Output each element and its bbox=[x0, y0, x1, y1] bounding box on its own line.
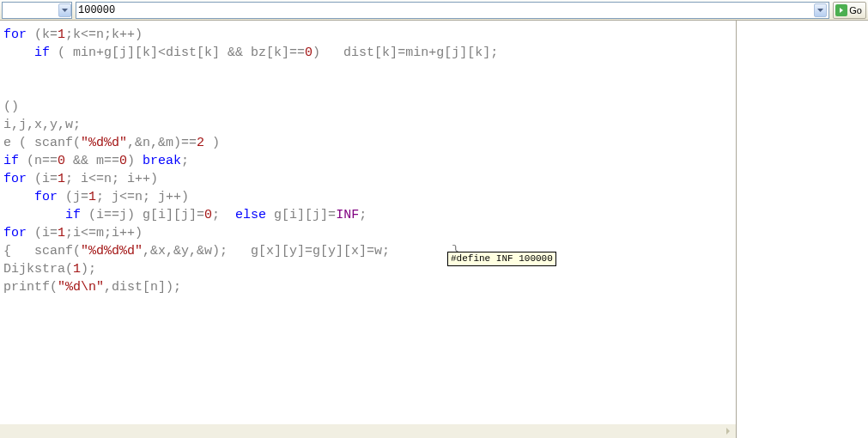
code-token: 2 bbox=[197, 136, 204, 150]
chevron-down-icon bbox=[58, 3, 71, 17]
code-token: (i= bbox=[27, 226, 58, 240]
code-token: 0 bbox=[58, 154, 65, 168]
code-token: Dijkstra( bbox=[3, 262, 73, 277]
code-token: break bbox=[143, 154, 181, 168]
code-token: 1 bbox=[58, 226, 65, 240]
code-token: e ( scanf( bbox=[3, 136, 81, 150]
code-token: if bbox=[65, 208, 81, 222]
code-token: (n== bbox=[19, 154, 58, 168]
symbol-dropdown[interactable]: 100000 bbox=[76, 2, 829, 19]
code-token: "%d%d%d" bbox=[81, 244, 143, 259]
go-button-label: Go bbox=[849, 5, 862, 15]
code-token: ; j<=n; j++) bbox=[96, 190, 189, 204]
toolbar: 100000 Go bbox=[0, 0, 868, 21]
code-token: for bbox=[34, 190, 58, 204]
go-arrow-icon bbox=[835, 4, 847, 16]
code-token: INF bbox=[336, 208, 359, 222]
code-token: ,&n,&m)== bbox=[127, 136, 197, 150]
horizontal-scrollbar[interactable] bbox=[0, 424, 736, 438]
code-token: (j= bbox=[58, 190, 88, 204]
code-token: (i==j) g[i][j]= bbox=[81, 208, 204, 222]
chevron-down-icon bbox=[814, 3, 827, 17]
code-token: g[i][j]= bbox=[266, 208, 336, 222]
content-wrap: for (k=1;k<=n;k++) if ( min+g[j][k]<dist… bbox=[0, 21, 868, 438]
code-token: 0 bbox=[119, 154, 127, 168]
code-token: ) dist[k]=min+g[j][k]; bbox=[313, 46, 498, 60]
code-token: for bbox=[3, 226, 27, 240]
code-token: ; bbox=[359, 208, 367, 222]
tooltip-text: #define INF 100000 bbox=[451, 253, 553, 264]
code-token: "%d%d" bbox=[81, 136, 127, 150]
code-token: 1 bbox=[88, 190, 96, 204]
code-token: ; bbox=[212, 208, 235, 222]
code-token: ;k<=n;k++) bbox=[65, 27, 143, 42]
code-token: (i= bbox=[27, 172, 58, 186]
code-line: () bbox=[3, 100, 19, 114]
code-token: 1 bbox=[58, 172, 65, 186]
code-editor[interactable]: for (k=1;k<=n;k++) if ( min+g[j][k]<dist… bbox=[0, 21, 737, 438]
code-token: printf( bbox=[3, 280, 58, 295]
code-token bbox=[3, 208, 65, 222]
code-token: ); bbox=[81, 262, 96, 277]
define-tooltip: #define INF 100000 bbox=[447, 252, 556, 266]
code-token: ,&x,&y,&w); g[x][y]=g[y][x]=w; } bbox=[143, 244, 459, 259]
scope-dropdown[interactable] bbox=[2, 2, 72, 19]
code-token: 0 bbox=[305, 46, 313, 60]
right-panel bbox=[737, 21, 868, 438]
code-token: ) bbox=[204, 136, 220, 150]
go-button[interactable]: Go bbox=[833, 2, 866, 19]
code-token: ( min+g[j][k]<dist[k] && bz[k]== bbox=[50, 46, 305, 60]
code-token: ;i<=m;i++) bbox=[65, 226, 143, 240]
code-token: for bbox=[3, 172, 27, 186]
code-token bbox=[3, 190, 34, 204]
code-token: { scanf( bbox=[3, 244, 81, 259]
code-token: ; i<=n; i++) bbox=[65, 172, 158, 186]
code-token bbox=[3, 46, 34, 60]
code-token: if bbox=[34, 46, 50, 60]
code-token: 0 bbox=[204, 208, 212, 222]
code-token: 1 bbox=[58, 27, 65, 42]
code-token: (k= bbox=[27, 27, 58, 42]
code-token: ; bbox=[181, 154, 189, 168]
code-token: ,dist[n]); bbox=[104, 280, 181, 295]
code-token: for bbox=[3, 27, 27, 42]
code-token: "%d\n" bbox=[58, 280, 104, 295]
code-token: && m== bbox=[65, 154, 119, 168]
code-token: 1 bbox=[73, 262, 81, 277]
code-token: ) bbox=[127, 154, 143, 168]
code-token: if bbox=[3, 154, 19, 168]
symbol-dropdown-text: 100000 bbox=[78, 4, 814, 16]
scroll-right-icon bbox=[722, 425, 734, 437]
code-token: else bbox=[235, 208, 266, 222]
code-line: i,j,x,y,w; bbox=[3, 118, 81, 132]
